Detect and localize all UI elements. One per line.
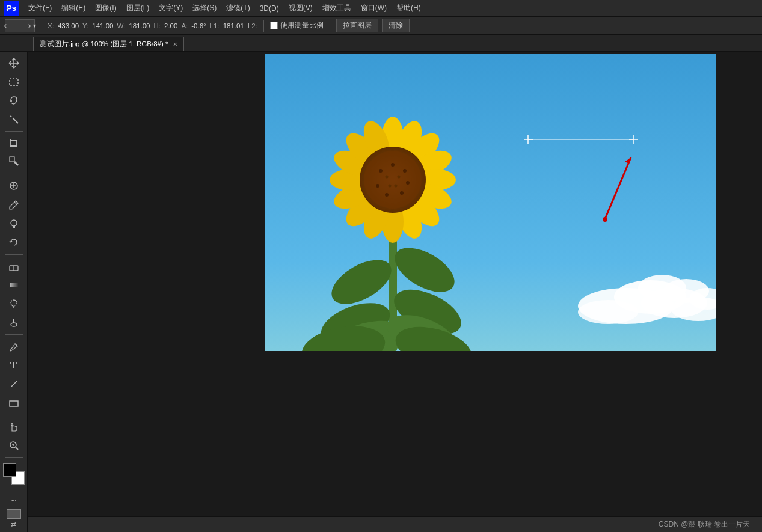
l2-label: L2: <box>248 22 257 29</box>
clear-button[interactable]: 清除 <box>382 19 410 32</box>
color-swatches[interactable] <box>3 463 25 485</box>
svg-point-64 <box>385 193 389 197</box>
h-value: 2.00 <box>164 22 177 29</box>
svg-point-67 <box>398 176 401 179</box>
svg-point-58 <box>364 151 422 209</box>
svg-line-8 <box>14 202 17 204</box>
menu-select[interactable]: 选择(S) <box>188 1 221 15</box>
dodge-tool[interactable] <box>3 314 25 331</box>
svg-point-69 <box>389 185 392 188</box>
svg-rect-18 <box>10 401 18 406</box>
swap-colors-icon[interactable]: ⇄ <box>11 521 16 528</box>
svg-point-60 <box>391 163 395 167</box>
l1-label: L1: <box>210 22 220 29</box>
menu-image[interactable]: 图像(I) <box>91 1 120 15</box>
left-toolbar: T ··· ⇄ <box>0 52 28 532</box>
blur-tool[interactable] <box>3 295 25 313</box>
x-value: 433.00 <box>58 22 79 29</box>
crop-tool[interactable] <box>3 135 25 152</box>
ruler-tool-icon[interactable]: ⟵⟶ ▾ <box>5 19 35 32</box>
tab-title: 测试图片.jpg @ 100% (图层 1, RGB/8#) * <box>40 40 168 49</box>
hand-tool[interactable] <box>3 418 25 436</box>
h-label: H: <box>154 22 161 29</box>
use-measure-label: 使用测量比例 <box>280 21 324 30</box>
svg-point-9 <box>11 220 17 226</box>
menu-filter[interactable]: 滤镜(T) <box>222 1 254 15</box>
straighten-layer-button[interactable]: 拉直图层 <box>336 19 378 32</box>
zoom-tool[interactable] <box>3 437 25 454</box>
menu-plugins[interactable]: 增效工具 <box>318 1 355 15</box>
main-area: T ··· ⇄ <box>0 52 762 532</box>
svg-point-59 <box>379 169 383 173</box>
eraser-tool[interactable] <box>3 257 25 275</box>
svg-line-2 <box>13 118 18 123</box>
menu-view[interactable]: 视图(V) <box>284 1 317 15</box>
scene-image <box>265 54 716 351</box>
use-measure-checkbox[interactable] <box>270 22 278 29</box>
svg-rect-10 <box>13 226 15 228</box>
y-value: 141.00 <box>92 22 113 29</box>
tab-bar: › 测试图片.jpg @ 100% (图层 1, RGB/8#) * × <box>0 35 762 52</box>
svg-point-63 <box>400 191 404 195</box>
gradient-tool[interactable] <box>3 277 25 294</box>
clone-stamp-tool[interactable] <box>3 215 25 232</box>
options-bar: ⟵⟶ ▾ X: 433.00 Y: 141.00 W: 181.00 H: 2.… <box>0 17 762 35</box>
svg-rect-13 <box>10 283 18 287</box>
path-select-tool[interactable] <box>3 375 25 393</box>
use-measure-checkbox-area: 使用测量比例 <box>270 21 324 30</box>
magic-wand-tool[interactable] <box>3 110 25 127</box>
bottom-bar: CSDN @跟 耿瑞 卷出一片天 <box>28 516 762 532</box>
svg-point-14 <box>11 300 17 306</box>
menu-file[interactable]: 文件(F) <box>24 1 56 15</box>
pen-tool[interactable] <box>3 338 25 355</box>
more-tools[interactable]: ··· <box>3 491 25 508</box>
menu-3d[interactable]: 3D(D) <box>256 2 283 14</box>
menu-bar: Ps 文件(F) 编辑(E) 图像(I) 图层(L) 文字(Y) 选择(S) 滤… <box>0 0 762 17</box>
menu-help[interactable]: 帮助(H) <box>392 1 425 15</box>
y-label: Y: <box>82 22 88 29</box>
eyedropper-tool[interactable] <box>3 153 25 171</box>
menu-window[interactable]: 窗口(W) <box>357 1 391 15</box>
svg-point-62 <box>406 181 410 185</box>
watermark-text: CSDN @跟 耿瑞 卷出一片天 <box>659 519 750 530</box>
l1-value: 181.01 <box>223 22 244 29</box>
shape-tool[interactable] <box>3 394 25 412</box>
w-value: 181.00 <box>129 22 150 29</box>
svg-point-66 <box>386 176 389 179</box>
svg-point-77 <box>603 217 607 222</box>
move-tool[interactable] <box>3 54 25 72</box>
tab-close-button[interactable]: × <box>173 40 177 49</box>
canvas-container <box>265 54 716 351</box>
canvas-area: CSDN @跟 耿瑞 卷出一片天 <box>28 52 762 532</box>
canvas-color-swatch[interactable] <box>7 509 21 519</box>
svg-rect-0 <box>10 79 18 85</box>
a-value: -0.6° <box>191 22 206 29</box>
svg-line-4 <box>14 162 18 165</box>
menu-edit[interactable]: 编辑(E) <box>57 1 90 15</box>
panel-collapse-icon[interactable]: › <box>6 3 8 12</box>
lasso-tool[interactable] <box>3 91 25 109</box>
svg-point-1 <box>10 100 12 102</box>
svg-rect-3 <box>10 157 14 162</box>
svg-line-20 <box>16 447 18 450</box>
svg-point-28 <box>578 300 638 324</box>
svg-rect-11 <box>10 266 18 271</box>
heal-tool[interactable] <box>3 177 25 195</box>
document-tab[interactable]: 测试图片.jpg @ 100% (图层 1, RGB/8#) * × <box>33 37 184 51</box>
brush-tool[interactable] <box>3 196 25 213</box>
svg-point-68 <box>395 185 398 188</box>
svg-point-65 <box>376 184 379 188</box>
menu-text[interactable]: 文字(Y) <box>155 1 187 15</box>
w-label: W: <box>117 22 125 29</box>
history-brush-tool[interactable] <box>3 233 25 251</box>
marquee-tool[interactable] <box>3 73 25 90</box>
menu-layer[interactable]: 图层(L) <box>122 1 154 15</box>
text-tool[interactable]: T <box>3 356 25 374</box>
svg-point-16 <box>11 323 17 326</box>
a-label: A: <box>181 22 188 29</box>
x-label: X: <box>48 22 54 29</box>
svg-point-61 <box>403 169 407 173</box>
foreground-color-swatch[interactable] <box>3 463 16 477</box>
